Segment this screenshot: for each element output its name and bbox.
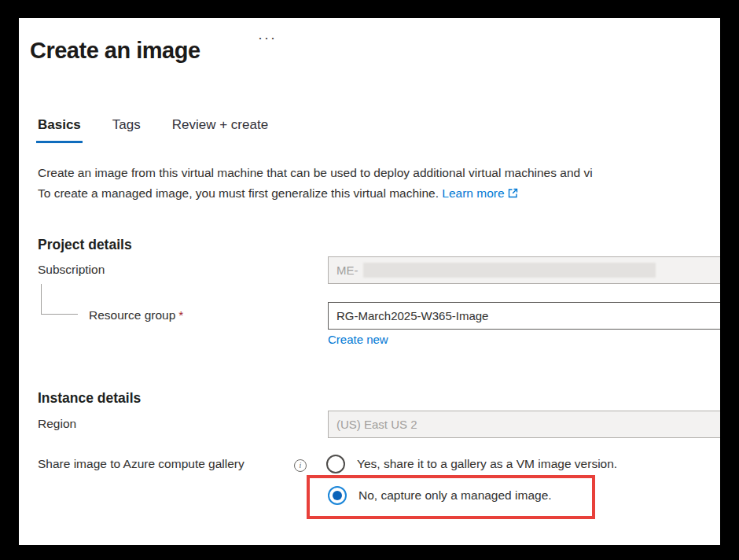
tab-basics[interactable]: Basics (36, 117, 83, 143)
intro-text: Create an image from this virtual machin… (38, 163, 720, 204)
region-label: Region (38, 417, 76, 431)
share-gallery-label: Share image to Azure compute gallery (38, 457, 244, 471)
subscription-value: ME- (336, 263, 358, 277)
tab-tags[interactable]: Tags (111, 117, 142, 143)
radio-yes-label: Yes, share it to a gallery as a VM image… (357, 457, 617, 471)
region-field: (US) East US 2 (328, 411, 720, 438)
resource-group-label: Resource group* (89, 308, 183, 322)
tab-review-create[interactable]: Review + create (171, 117, 270, 143)
screenshot-frame: { "page": { "title": "Create an image", … (0, 0, 739, 560)
resource-group-field (328, 302, 720, 330)
project-details-heading: Project details (38, 237, 132, 253)
intro-line2: To create a managed image, you must firs… (38, 186, 439, 200)
sub-resource-connector-line (41, 284, 78, 315)
create-new-link[interactable]: Create new (328, 333, 388, 346)
radio-unchecked-icon[interactable] (326, 455, 345, 473)
subscription-field: ME- (328, 256, 720, 284)
radio-option-no-managed-image[interactable]: No, capture only a managed image. (328, 486, 552, 505)
tab-bar: Basics Tags Review + create (36, 117, 270, 143)
redacted-subscription-name (363, 263, 656, 278)
more-menu-icon[interactable]: ··· (258, 31, 277, 45)
instance-details-heading: Instance details (38, 390, 141, 407)
radio-no-label: No, capture only a managed image. (358, 488, 552, 503)
info-icon[interactable]: i (294, 459, 307, 472)
intro-line1: Create an image from this virtual machin… (38, 163, 720, 183)
required-asterisk: * (178, 308, 183, 322)
radio-option-yes-share-gallery[interactable]: Yes, share it to a gallery as a VM image… (326, 455, 617, 473)
region-value: (US) East US 2 (336, 418, 417, 431)
create-image-blade: Create an image ··· Basics Tags Review +… (19, 18, 720, 545)
page-title: Create an image (30, 38, 200, 64)
learn-more-link[interactable]: Learn more (442, 186, 504, 200)
resource-group-input[interactable] (329, 303, 720, 329)
external-link-icon (508, 184, 518, 204)
radio-checked-icon[interactable] (328, 486, 347, 505)
subscription-label: Subscription (38, 263, 105, 277)
